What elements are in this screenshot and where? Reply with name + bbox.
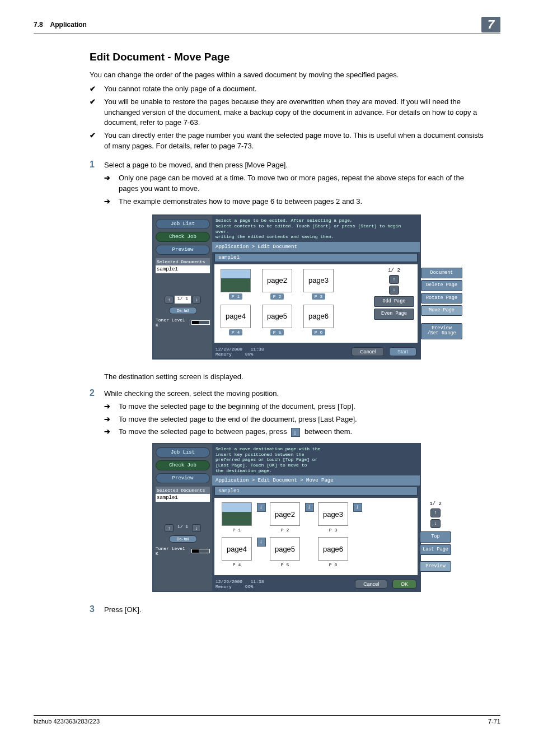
- footer-page: 7-71: [488, 718, 500, 725]
- page-label: P 1: [229, 293, 242, 300]
- step-number: 2: [90, 388, 104, 398]
- page-thumb-6[interactable]: page6: [303, 305, 334, 328]
- details-button[interactable]: De- tail: [169, 307, 197, 314]
- substep-text: To move the selected page to the beginni…: [119, 402, 355, 412]
- details-button[interactable]: De- tail: [169, 535, 197, 543]
- check-job-button[interactable]: Check Job: [156, 232, 210, 242]
- footer-model: bizhub 423/363/283/223: [34, 718, 100, 725]
- insert-between-2-3[interactable]: [305, 502, 313, 536]
- page-thumb-4[interactable]: page4: [222, 537, 252, 561]
- page-thumb-5[interactable]: page5: [262, 305, 292, 328]
- memory-pct: 99%: [245, 352, 253, 357]
- selected-document-name: sample1: [156, 494, 210, 502]
- page-label: P 2: [270, 293, 284, 300]
- page-thumb-3[interactable]: page3: [303, 269, 334, 292]
- document-name-bar: sample1: [214, 253, 418, 262]
- preview-button[interactable]: Preview: [420, 561, 451, 572]
- page-thumb-1[interactable]: [221, 269, 251, 292]
- date: 12/29/2009: [216, 347, 242, 352]
- page-label: P 2: [278, 527, 292, 533]
- bullet-text: You will be unable to restore the pages …: [104, 97, 484, 129]
- insert-between-3-4[interactable]: [353, 502, 361, 536]
- scroll-up-button[interactable]: ↑: [389, 275, 399, 284]
- page-label: P 1: [230, 527, 243, 533]
- heading: Edit Document - Move Page: [90, 51, 484, 63]
- cancel-button[interactable]: Cancel: [352, 347, 384, 356]
- page-count: 1/ 2: [429, 501, 442, 507]
- page-label: P 4: [229, 329, 242, 335]
- preview-button[interactable]: Preview: [156, 245, 210, 255]
- ok-button[interactable]: OK: [392, 580, 416, 589]
- document-name-bar: sample1: [214, 487, 418, 496]
- page-indicator: 1/ 1: [175, 524, 191, 532]
- selected-documents-label: Selected Documents: [156, 258, 210, 265]
- bullet-text: You cannot rotate the only page of a doc…: [104, 84, 257, 95]
- check-icon: ✔: [90, 97, 104, 129]
- scroll-up-button[interactable]: ↑: [430, 508, 441, 517]
- preview-button[interactable]: Preview: [156, 473, 210, 483]
- arrow-icon: ➔: [104, 427, 119, 437]
- arrow-icon: ➔: [104, 402, 119, 412]
- job-list-button[interactable]: Job List: [156, 447, 210, 458]
- date: 12/29/2009: [216, 579, 242, 584]
- memory-label: Memory: [216, 352, 232, 357]
- top-button[interactable]: Top: [420, 531, 451, 542]
- page-label: P 6: [312, 329, 325, 335]
- move-page-screenshot: Job List Check Job Preview Selected Docu…: [152, 443, 421, 592]
- section-header: 7.8 Application: [34, 21, 87, 29]
- page-thumb-4[interactable]: page4: [221, 305, 251, 328]
- selected-documents-label: Selected Documents: [156, 487, 210, 494]
- destination-text: The destination setting screen is displa…: [104, 372, 484, 382]
- page-thumb-2[interactable]: page2: [262, 269, 292, 292]
- page-count: 1/ 2: [388, 268, 400, 273]
- start-button[interactable]: Start: [389, 347, 416, 356]
- instruction-message: Select a move destination page with the …: [212, 444, 420, 475]
- check-job-button[interactable]: Check Job: [156, 460, 210, 470]
- check-icon: ✔: [90, 84, 104, 95]
- step-text: Select a page to be moved, and then pres…: [104, 161, 288, 169]
- page-thumb-5[interactable]: page5: [270, 537, 300, 561]
- page-thumb-3[interactable]: page3: [318, 502, 348, 526]
- last-page-button[interactable]: Last Page: [420, 544, 451, 555]
- page-thumb-6[interactable]: page6: [318, 537, 348, 561]
- page-label: P 4: [230, 562, 243, 568]
- document-button[interactable]: Document: [421, 268, 462, 278]
- insert-between-4-5[interactable]: [257, 537, 265, 571]
- move-page-button[interactable]: Move Page: [421, 305, 462, 316]
- job-list-button[interactable]: Job List: [156, 219, 210, 229]
- page-up-button[interactable]: ↑: [165, 296, 174, 304]
- memory-pct: 99%: [245, 584, 253, 589]
- page-label: P 5: [278, 562, 292, 568]
- check-icon: ✔: [90, 130, 104, 152]
- page-indicator: 1/ 1: [175, 296, 191, 304]
- page-down-button[interactable]: ↓: [192, 296, 201, 304]
- rotate-page-button[interactable]: Rotate Page: [421, 293, 462, 304]
- page-thumb-1[interactable]: [222, 502, 252, 526]
- bullet-text: You can directly enter the page number y…: [104, 130, 484, 152]
- page-thumb-2[interactable]: page2: [270, 502, 300, 526]
- page-label: P 3: [312, 293, 325, 300]
- arrow-icon: ➔: [104, 197, 119, 207]
- scroll-down-button[interactable]: ↓: [389, 286, 399, 295]
- step-text: While checking the screen, select the mo…: [104, 389, 279, 398]
- page-up-button[interactable]: ↑: [165, 524, 174, 532]
- instruction-message: Select a page to be edited. After select…: [212, 216, 420, 241]
- page-down-button[interactable]: ↓: [192, 524, 201, 532]
- substep-text: To move the selected page to between pag…: [119, 427, 352, 437]
- breadcrumb: Application > Edit Document: [212, 242, 420, 252]
- even-page-button[interactable]: Even Page: [374, 309, 414, 319]
- scroll-down-button[interactable]: ↓: [430, 519, 441, 528]
- delete-page-button[interactable]: Delete Page: [421, 280, 462, 291]
- step-number: 3: [90, 604, 104, 614]
- preview-set-range-button[interactable]: Preview /Set Range: [421, 323, 462, 339]
- memory-label: Memory: [216, 584, 232, 589]
- cancel-button[interactable]: Cancel: [355, 580, 387, 589]
- insert-between-icon: [291, 428, 300, 437]
- toner-level: Toner Level K: [156, 546, 210, 556]
- section-title: Application: [50, 21, 87, 29]
- insert-between-1-2[interactable]: [257, 502, 265, 536]
- page-label: P 6: [326, 562, 340, 568]
- odd-page-button[interactable]: Odd Page: [374, 296, 414, 307]
- time: 11:38: [250, 347, 264, 352]
- breadcrumb: Application > Edit Document > Move Page: [212, 475, 420, 486]
